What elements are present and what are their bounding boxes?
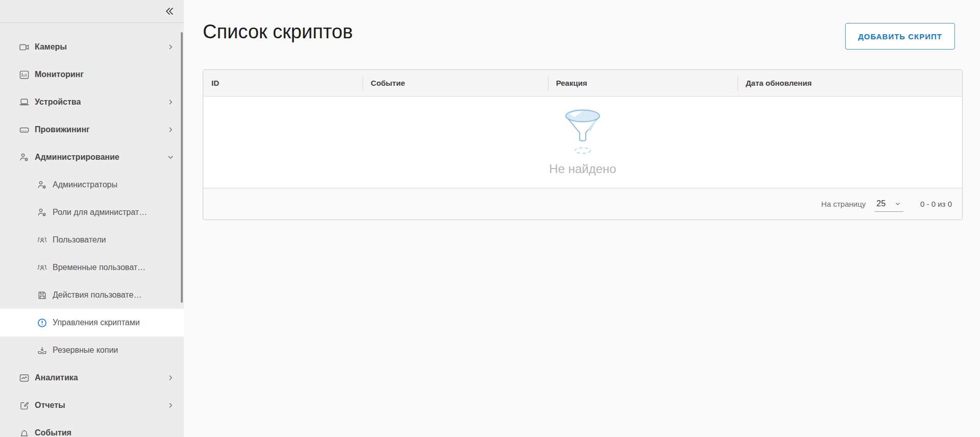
pagination-range: 0 - 0 из 0: [920, 200, 952, 208]
sidebar-item-label: Устройства: [35, 98, 81, 107]
per-page-label: На страницу: [821, 200, 866, 208]
add-script-button[interactable]: ДОБАВИТЬ СКРИПТ: [845, 23, 955, 50]
chevron-right-icon: [165, 42, 176, 52]
sidebar-item-administration[interactable]: Администрирование: [0, 143, 184, 171]
column-header-updated: Дата обновления: [737, 70, 962, 96]
chevron-right-icon: [165, 97, 176, 107]
page-title: Список скриптов: [203, 18, 353, 45]
provisioning-icon: [19, 125, 30, 135]
sidebar-item-label: Роли для администрат…: [53, 208, 147, 217]
sidebar-item-users[interactable]: Пользователи: [0, 226, 184, 254]
backup-icon: [37, 345, 47, 356]
sidebar-item-label: Аналитика: [35, 373, 78, 382]
sidebar-item-reports[interactable]: Отчеты: [0, 392, 184, 419]
sidebar-item-temp-users[interactable]: Временные пользоват…: [0, 254, 184, 281]
sidebar-item-label: Временные пользоват…: [53, 263, 146, 272]
sidebar-item-admin-roles[interactable]: Роли для администрат…: [0, 199, 184, 226]
chevron-down-icon: [165, 152, 176, 162]
chevron-down-icon: [894, 200, 902, 208]
sidebar: Камеры Мониторинг: [0, 0, 184, 437]
analytics-icon: [19, 373, 30, 383]
table-empty-body: Не найдено: [203, 96, 962, 188]
column-header-event: Событие: [363, 70, 548, 96]
column-header-id: ID: [203, 70, 363, 96]
table-header-row: ID Событие Реакция Дата обновления: [203, 70, 962, 96]
reports-icon: [19, 400, 30, 411]
sidebar-item-label: Провижининг: [35, 125, 90, 134]
sidebar-item-cameras[interactable]: Камеры: [0, 33, 184, 61]
chevron-right-icon: [165, 400, 176, 410]
sidebar-item-analytics[interactable]: Аналитика: [0, 364, 184, 392]
sidebar-scrollbar[interactable]: [181, 32, 183, 303]
main-content: Список скриптов ДОБАВИТЬ СКРИПТ ID Событ…: [184, 0, 980, 437]
user-gear-icon: [37, 207, 47, 218]
sidebar-header: [0, 0, 184, 23]
sidebar-item-label: Камеры: [35, 42, 67, 52]
funnel-icon: [564, 109, 601, 156]
per-page-select[interactable]: 25: [875, 197, 903, 212]
sidebar-item-label: Действия пользовате…: [53, 290, 141, 300]
sidebar-item-label: Пользователи: [53, 235, 106, 245]
sidebar-item-user-actions[interactable]: Действия пользовате…: [0, 281, 184, 309]
save-icon: [37, 290, 47, 301]
sidebar-item-label: Отчеты: [35, 401, 65, 410]
scripts-table-card: ID Событие Реакция Дата обновления Не на…: [203, 69, 963, 220]
sidebar-item-backups[interactable]: Резервные копии: [0, 336, 184, 364]
sidebar-nav: Камеры Мониторинг: [0, 23, 184, 437]
users-group-icon: [37, 262, 47, 273]
users-group-icon: [37, 235, 47, 246]
table-footer: На страницу 25 0 - 0 из 0: [203, 188, 962, 220]
sidebar-item-label: Мониторинг: [35, 70, 84, 79]
column-header-reaction: Реакция: [548, 70, 738, 96]
chevron-right-icon: [165, 125, 176, 135]
monitoring-icon: [19, 69, 30, 80]
chevron-right-icon: [165, 373, 176, 383]
collapse-sidebar-icon[interactable]: [163, 5, 176, 17]
sidebar-item-label: Резервные копии: [53, 346, 118, 355]
sidebar-item-script-management[interactable]: Управления скриптами: [0, 309, 184, 336]
error-circle-icon: [37, 318, 47, 328]
camera-icon: [19, 42, 30, 53]
sidebar-item-label: События: [35, 428, 71, 437]
sidebar-item-monitoring[interactable]: Мониторинг: [0, 61, 184, 88]
user-gear-icon: [19, 152, 30, 163]
laptop-icon: [19, 97, 30, 108]
sidebar-item-provisioning[interactable]: Провижининг: [0, 116, 184, 143]
sidebar-item-label: Управления скриптами: [53, 318, 140, 327]
empty-state-text: Не найдено: [549, 162, 616, 176]
sidebar-item-administrators[interactable]: Администраторы: [0, 171, 184, 199]
sidebar-item-label: Администрирование: [35, 153, 119, 162]
page-header: Список скриптов ДОБАВИТЬ СКРИПТ: [184, 0, 980, 50]
user-gear-icon: [37, 180, 47, 190]
sidebar-item-devices[interactable]: Устройства: [0, 88, 184, 116]
sidebar-item-events[interactable]: События: [0, 419, 184, 437]
per-page-value: 25: [876, 199, 886, 208]
sidebar-item-label: Администраторы: [53, 180, 117, 189]
bell-icon: [19, 428, 30, 437]
